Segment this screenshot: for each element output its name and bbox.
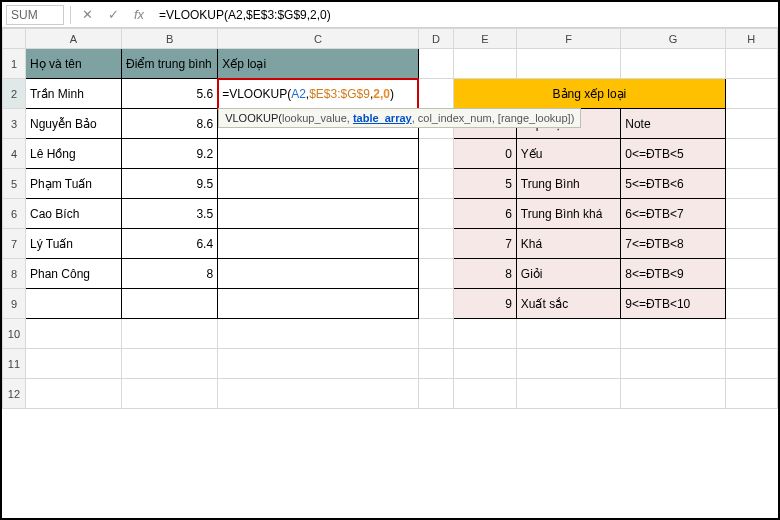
cell[interactable] <box>454 319 517 349</box>
cell[interactable] <box>218 379 419 409</box>
row-header[interactable]: 6 <box>3 199 26 229</box>
cell[interactable] <box>418 169 454 199</box>
cell[interactable] <box>725 259 777 289</box>
cell[interactable] <box>725 319 777 349</box>
rt-e[interactable]: 8 <box>454 259 517 289</box>
rt-e[interactable]: 5 <box>454 169 517 199</box>
cell[interactable] <box>725 79 777 109</box>
cell[interactable] <box>621 349 725 379</box>
cell[interactable] <box>218 319 419 349</box>
score-cell[interactable]: 3.5 <box>122 199 218 229</box>
col-header-F[interactable]: F <box>516 29 620 49</box>
cell[interactable] <box>25 379 121 409</box>
row-header[interactable]: 12 <box>3 379 26 409</box>
row-header[interactable]: 7 <box>3 229 26 259</box>
cell[interactable] <box>621 379 725 409</box>
cell[interactable] <box>418 259 454 289</box>
cell[interactable] <box>418 379 454 409</box>
score-cell[interactable]: 9.2 <box>122 139 218 169</box>
accept-icon[interactable]: ✓ <box>103 5 123 25</box>
rt-g[interactable]: 5<=ĐTB<6 <box>621 169 725 199</box>
rt-g[interactable]: 6<=ĐTB<7 <box>621 199 725 229</box>
cell[interactable] <box>418 289 454 319</box>
cell[interactable] <box>25 319 121 349</box>
spreadsheet-grid[interactable]: A B C D E F G H 1 Họ và tên Điểm trung b… <box>2 28 778 518</box>
right-table-title[interactable]: Bảng xếp loại <box>454 79 726 109</box>
rt-e[interactable]: 6 <box>454 199 517 229</box>
rt-e[interactable]: 0 <box>454 139 517 169</box>
name-cell[interactable]: Lê Hồng <box>25 139 121 169</box>
cell[interactable] <box>516 49 620 79</box>
cell[interactable] <box>725 349 777 379</box>
select-all-corner[interactable] <box>3 29 26 49</box>
cell[interactable] <box>621 49 725 79</box>
cell[interactable] <box>725 379 777 409</box>
cell[interactable] <box>454 349 517 379</box>
cell[interactable] <box>725 289 777 319</box>
cell[interactable] <box>418 49 454 79</box>
header-rank[interactable]: Xếp loại <box>218 49 419 79</box>
rank-cell[interactable] <box>218 229 419 259</box>
row-header[interactable]: 2 <box>3 79 26 109</box>
cell[interactable] <box>418 79 454 109</box>
name-box[interactable]: SUM <box>6 5 64 25</box>
col-header-A[interactable]: A <box>25 29 121 49</box>
col-header-B[interactable]: B <box>122 29 218 49</box>
score-cell[interactable] <box>122 289 218 319</box>
cell[interactable] <box>25 349 121 379</box>
row-header[interactable]: 11 <box>3 349 26 379</box>
rt-g[interactable]: 0<=ĐTB<5 <box>621 139 725 169</box>
cell[interactable] <box>418 139 454 169</box>
score-cell[interactable]: 8.6 <box>122 109 218 139</box>
cell[interactable] <box>725 109 777 139</box>
rt-f[interactable]: Yếu <box>516 139 620 169</box>
col-header-D[interactable]: D <box>418 29 454 49</box>
row-header[interactable]: 3 <box>3 109 26 139</box>
rt-f[interactable]: Giỏi <box>516 259 620 289</box>
name-cell[interactable]: Trần Minh <box>25 79 121 109</box>
cell[interactable] <box>418 349 454 379</box>
cell[interactable] <box>418 229 454 259</box>
rank-cell[interactable] <box>218 259 419 289</box>
row-header[interactable]: 10 <box>3 319 26 349</box>
rt-g[interactable]: 9<=ĐTB<10 <box>621 289 725 319</box>
cell[interactable] <box>122 349 218 379</box>
name-cell[interactable]: Phan Công <box>25 259 121 289</box>
cell[interactable] <box>454 49 517 79</box>
score-cell[interactable]: 5.6 <box>122 79 218 109</box>
cell[interactable] <box>516 349 620 379</box>
row-header[interactable]: 5 <box>3 169 26 199</box>
name-cell[interactable] <box>25 289 121 319</box>
name-cell[interactable]: Cao Bích <box>25 199 121 229</box>
cell[interactable] <box>725 139 777 169</box>
header-score[interactable]: Điểm trung bình <box>122 49 218 79</box>
rt-f[interactable]: Xuất sắc <box>516 289 620 319</box>
col-header-H[interactable]: H <box>725 29 777 49</box>
rank-cell[interactable] <box>218 139 419 169</box>
col-header-E[interactable]: E <box>454 29 517 49</box>
row-header[interactable]: 1 <box>3 49 26 79</box>
rt-e[interactable]: 7 <box>454 229 517 259</box>
cell[interactable] <box>621 319 725 349</box>
formula-input[interactable] <box>155 5 774 25</box>
name-cell[interactable]: Phạm Tuấn <box>25 169 121 199</box>
cell[interactable] <box>725 49 777 79</box>
col-header-C[interactable]: C <box>218 29 419 49</box>
rank-cell[interactable] <box>218 199 419 229</box>
cell[interactable] <box>725 199 777 229</box>
score-cell[interactable]: 9.5 <box>122 169 218 199</box>
col-header-G[interactable]: G <box>621 29 725 49</box>
score-cell[interactable]: 8 <box>122 259 218 289</box>
rt-e[interactable]: 9 <box>454 289 517 319</box>
row-header[interactable]: 8 <box>3 259 26 289</box>
rank-cell[interactable] <box>218 169 419 199</box>
cell[interactable] <box>122 319 218 349</box>
cell[interactable] <box>454 379 517 409</box>
cell[interactable] <box>122 379 218 409</box>
row-header[interactable]: 4 <box>3 139 26 169</box>
cell[interactable] <box>418 319 454 349</box>
name-cell[interactable]: Nguyễn Bảo <box>25 109 121 139</box>
row-header[interactable]: 9 <box>3 289 26 319</box>
rank-cell[interactable] <box>218 289 419 319</box>
cell[interactable] <box>218 349 419 379</box>
